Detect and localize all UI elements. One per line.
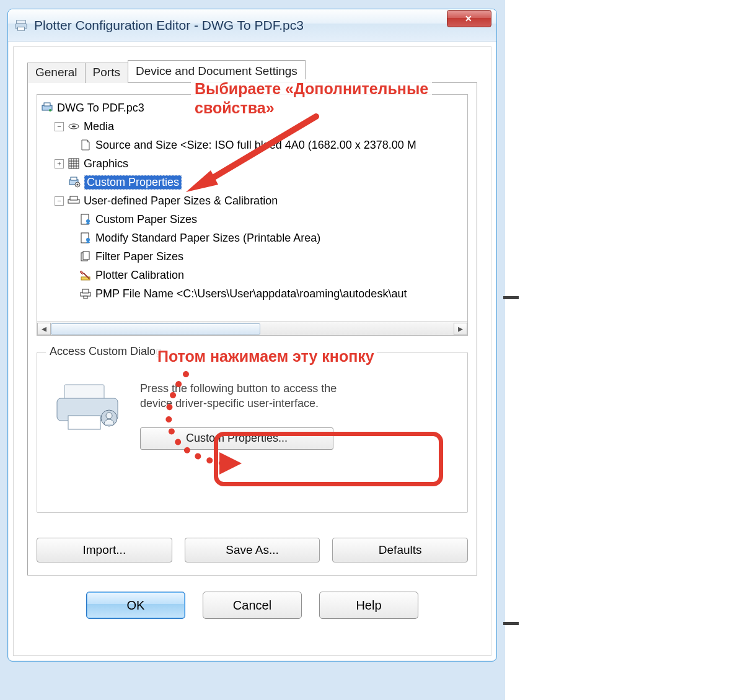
secondary-button-row: Import... Save As... Defaults <box>37 538 468 562</box>
svg-rect-27 <box>68 416 100 429</box>
scroll-right-icon[interactable]: ▸ <box>454 323 467 335</box>
titlebar[interactable]: Plotter Configuration Editor - DWG To PD… <box>8 9 496 42</box>
cancel-button[interactable]: Cancel <box>203 592 302 619</box>
plotter-icon <box>41 102 53 114</box>
scroll-track[interactable] <box>51 323 454 335</box>
disc-icon <box>68 120 80 133</box>
tree-label: Source and Size <Size: ISO full bleed 4A… <box>95 139 416 152</box>
page-icon <box>79 139 92 151</box>
tree-label: User-defined Paper Sizes & Calibration <box>84 195 278 208</box>
svg-point-29 <box>106 413 112 419</box>
defaults-button[interactable]: Defaults <box>332 538 468 562</box>
svg-point-7 <box>72 126 76 128</box>
plotter-file-icon <box>79 287 92 300</box>
svg-rect-23 <box>82 289 89 293</box>
collapse-icon[interactable]: − <box>55 122 64 131</box>
tree-label: PMP File Name <C:\Users\User\appdata\roa… <box>95 287 407 300</box>
tree-label-selected: Custom Properties <box>84 175 182 190</box>
tree-row-udps[interactable]: − User-defined Paper Sizes & Calibration <box>41 191 465 210</box>
tree-label: Filter Paper Sizes <box>95 250 183 263</box>
paper-user-icon <box>79 232 92 244</box>
tab-page: DWG To PDF.pc3 − Media <box>27 83 477 575</box>
printer-icon <box>14 19 28 32</box>
svg-rect-25 <box>64 385 104 400</box>
tree-row-modify[interactable]: Modify Standard Paper Sizes (Printable A… <box>41 229 465 247</box>
tree-row-graphics[interactable]: + Graphics <box>41 154 465 173</box>
tree-row-pmp[interactable]: PMP File Name <C:\Users\User\appdata\roa… <box>41 284 465 303</box>
tab-ports[interactable]: Ports <box>85 63 128 83</box>
tree-row-cps[interactable]: Custom Paper Sizes <box>41 210 465 229</box>
svg-rect-2 <box>18 27 25 30</box>
svg-point-12 <box>77 184 79 186</box>
tree-label: Plotter Calibration <box>95 269 184 282</box>
svg-rect-10 <box>71 177 77 180</box>
printer-large-icon <box>53 381 121 433</box>
pencil-ruler-icon <box>79 269 92 281</box>
tree-row-filter[interactable]: Filter Paper Sizes <box>41 247 465 266</box>
tree: DWG To PDF.pc3 − Media <box>37 95 467 303</box>
import-button[interactable]: Import... <box>37 538 172 562</box>
group-legend: Access Custom Dialog <box>46 345 165 358</box>
help-button[interactable]: Help <box>319 592 418 619</box>
close-icon: ✕ <box>465 14 473 24</box>
plotter-wide-icon <box>68 195 80 207</box>
tree-row-media[interactable]: − Media <box>41 117 465 136</box>
group-text-line: Press the following button to access the <box>140 381 337 396</box>
svg-rect-24 <box>84 296 87 299</box>
scroll-left-icon[interactable]: ◂ <box>37 323 51 335</box>
tree-label: Graphics <box>84 157 128 170</box>
tree-row-custom-properties[interactable]: Custom Properties <box>41 173 465 191</box>
scroll-thumb[interactable] <box>51 323 260 335</box>
ruler-tick <box>503 296 519 299</box>
ruler-tick <box>503 622 519 625</box>
expand-icon[interactable]: + <box>55 159 64 168</box>
svg-rect-14 <box>70 196 77 200</box>
tree-row-calib[interactable]: Plotter Calibration <box>41 266 465 284</box>
tree-label: DWG To PDF.pc3 <box>57 102 144 115</box>
window-title: Plotter Configuration Editor - DWG To PD… <box>34 18 304 33</box>
tree-label: Custom Paper Sizes <box>95 213 197 226</box>
tab-general[interactable]: General <box>27 63 86 83</box>
paper-user-icon <box>79 213 92 225</box>
annotation-text-1: Выбираете «Дополнительные свойства» <box>191 79 432 118</box>
grid-icon <box>68 157 80 170</box>
svg-rect-4 <box>44 103 50 106</box>
ok-button[interactable]: OK <box>86 592 185 619</box>
access-custom-dialog-group: Access Custom Dialog Press the following… <box>37 352 468 513</box>
papers-icon <box>79 250 92 263</box>
dialog-button-row: OK Cancel Help <box>27 592 477 619</box>
svg-rect-0 <box>17 20 26 24</box>
tree-view[interactable]: DWG To PDF.pc3 − Media <box>37 94 468 336</box>
horizontal-scrollbar[interactable]: ◂ ▸ <box>37 322 467 335</box>
annotation-line: свойства» <box>195 99 275 116</box>
tree-label: Media <box>84 120 114 133</box>
printer-settings-icon <box>68 176 81 188</box>
save-as-button[interactable]: Save As... <box>185 538 320 562</box>
tree-label: Modify Standard Paper Sizes (Printable A… <box>95 232 320 245</box>
custom-properties-button[interactable]: Custom Properties... <box>140 427 333 450</box>
tree-row-source[interactable]: Source and Size <Size: ISO full bleed 4A… <box>41 136 465 154</box>
annotation-line: Выбираете «Дополнительные <box>195 80 428 97</box>
close-button[interactable]: ✕ <box>447 10 491 27</box>
svg-rect-20 <box>83 252 89 260</box>
svg-point-5 <box>49 109 51 112</box>
collapse-icon[interactable]: − <box>55 196 64 206</box>
group-text-line: device driver-specific user-interface. <box>140 396 337 411</box>
annotation-text-2: Потом нажимаем эту кнопку <box>155 348 377 365</box>
